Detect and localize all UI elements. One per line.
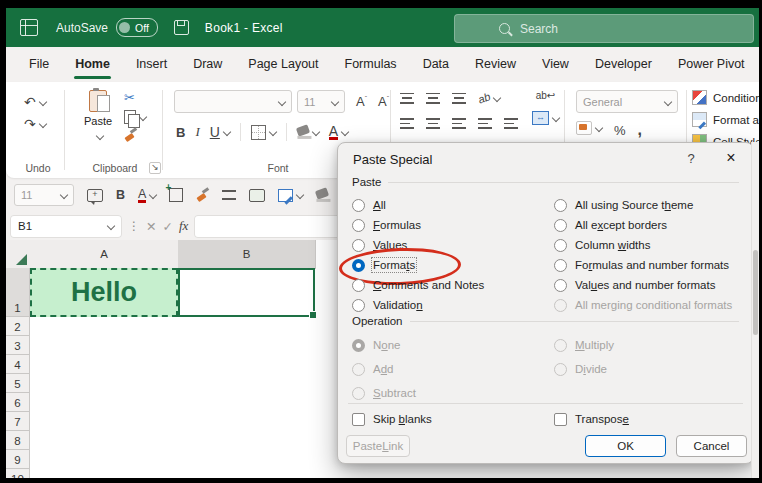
insert-function-icon[interactable]: fx — [179, 218, 188, 234]
radio-option-comments-and-notes[interactable]: Comments and Notes — [352, 275, 484, 295]
ribbon-style-format-as-table[interactable]: Format as Table — [692, 112, 759, 127]
radio-option-values-and-number-formats[interactable]: Values and number formats — [554, 275, 732, 295]
accounting-format-button[interactable] — [576, 121, 602, 135]
checkbox-skip-blanks[interactable]: Skip blanks — [352, 409, 432, 429]
orientation-button[interactable]: ab — [478, 92, 500, 104]
row-header-7[interactable]: 7 — [6, 412, 30, 431]
borders-icon[interactable] — [222, 190, 236, 200]
radio-icon[interactable] — [352, 279, 365, 292]
paste-dropdown-chevron-icon[interactable] — [96, 132, 104, 140]
align-center-icon[interactable] — [426, 118, 440, 129]
column-header-a[interactable]: A — [30, 240, 179, 269]
radio-option-formats[interactable]: Formats — [352, 255, 484, 275]
qat-font-color-button[interactable]: A — [138, 188, 156, 203]
radio-option-validation[interactable]: Validation — [352, 295, 484, 315]
radio-option-values[interactable]: Values — [352, 235, 484, 255]
checkbox-box[interactable] — [554, 413, 567, 426]
row-header-9[interactable]: 9 — [6, 450, 30, 469]
cell-b1-selected[interactable] — [178, 268, 315, 317]
radio-icon[interactable] — [554, 199, 567, 212]
excel-app-icon[interactable] — [20, 19, 38, 36]
qat-bold-button[interactable]: B — [116, 188, 125, 202]
scrollbar-thumb[interactable] — [753, 250, 758, 335]
vertical-scrollbar[interactable] — [751, 142, 759, 478]
row-header-4[interactable]: 4 — [6, 355, 30, 374]
tab-review[interactable]: Review — [462, 47, 529, 82]
copy-button[interactable] — [124, 110, 146, 124]
borders-button[interactable] — [251, 125, 276, 140]
clipboard-dialog-launcher[interactable]: ↘ — [149, 162, 161, 174]
middle-align-icon[interactable] — [426, 93, 440, 104]
drag-handle-icon[interactable]: ⋮ — [128, 219, 140, 233]
radio-icon[interactable] — [352, 239, 365, 252]
row-header-8[interactable]: 8 — [6, 431, 30, 450]
increase-indent-icon[interactable] — [504, 118, 518, 129]
tab-insert[interactable]: Insert — [123, 47, 180, 82]
qat-fill-color-icon[interactable] — [315, 187, 329, 200]
name-box[interactable]: B1 — [10, 215, 122, 238]
comma-style-button[interactable]: , — [638, 121, 642, 139]
radio-icon[interactable] — [352, 259, 365, 272]
tab-power-pivot[interactable]: Power Pivot — [665, 47, 758, 82]
fill-handle[interactable] — [309, 311, 317, 319]
row-header-3[interactable]: 3 — [6, 336, 30, 355]
tab-file[interactable]: File — [16, 47, 62, 82]
font-color-button[interactable]: A — [329, 125, 348, 140]
camera-icon[interactable] — [249, 189, 265, 202]
row-header-5[interactable]: 5 — [6, 374, 30, 393]
undo-button[interactable]: ↶ — [24, 94, 66, 110]
row-header-6[interactable]: 6 — [6, 393, 30, 412]
column-header-b[interactable]: B — [178, 240, 316, 269]
redo-button[interactable]: ↷ — [24, 116, 66, 132]
align-left-icon[interactable] — [400, 118, 414, 129]
tab-draw[interactable]: Draw — [180, 47, 235, 82]
dialog-close-button[interactable]: × — [720, 149, 742, 167]
tab-developer[interactable]: Developer — [582, 47, 665, 82]
bottom-align-icon[interactable] — [452, 93, 466, 104]
insert-cells-icon[interactable] — [169, 188, 183, 202]
radio-option-formulas-and-number-formats[interactable]: Formulas and number formats — [554, 255, 732, 275]
radio-option-all-using-source-theme[interactable]: All using Source theme — [554, 195, 732, 215]
dialog-help-button[interactable]: ? — [682, 151, 700, 166]
qat-format-painter-icon[interactable] — [196, 189, 209, 202]
tab-home[interactable]: Home — [62, 47, 123, 82]
ribbon-style-conditional-formatting[interactable]: Conditional Formatting — [692, 90, 759, 105]
tab-script-lab[interactable]: Script Lab — [758, 47, 759, 82]
percent-style-button[interactable]: % — [614, 123, 626, 138]
edit-sheet-button[interactable] — [278, 189, 303, 202]
italic-button[interactable]: I — [195, 124, 199, 140]
cut-button[interactable]: ✂ — [124, 90, 146, 105]
radio-option-column-widths[interactable]: Column widths — [554, 235, 732, 255]
save-icon[interactable] — [174, 20, 189, 35]
cell-a1[interactable]: Hello — [30, 268, 178, 317]
tab-formulas[interactable]: Formulas — [332, 47, 410, 82]
search-input[interactable]: Search — [454, 14, 754, 43]
radio-icon[interactable] — [554, 219, 567, 232]
checkbox-box[interactable] — [352, 413, 365, 426]
fill-color-button[interactable] — [297, 129, 319, 135]
cancel-button[interactable]: Cancel — [676, 435, 747, 457]
number-format-select[interactable]: General — [576, 90, 678, 113]
ok-button[interactable]: OK — [585, 435, 666, 457]
decrease-indent-icon[interactable] — [478, 118, 492, 129]
font-name-select[interactable] — [174, 90, 292, 113]
top-align-icon[interactable] — [400, 93, 414, 104]
align-right-icon[interactable] — [452, 118, 466, 129]
radio-option-formulas[interactable]: Formulas — [352, 215, 484, 235]
radio-option-all[interactable]: All — [352, 195, 484, 215]
shrink-font-button[interactable]: Aˇ — [378, 94, 389, 109]
radio-icon[interactable] — [352, 219, 365, 232]
cancel-entry-icon[interactable]: ✕ — [146, 219, 156, 234]
row-header-10[interactable]: 10 — [6, 469, 30, 478]
row-header-1[interactable]: 1 — [6, 268, 30, 317]
qat-font-size-select[interactable]: 11 — [14, 184, 74, 206]
enter-entry-icon[interactable]: ✓ — [162, 219, 172, 234]
wrap-text-button[interactable]: ab↩ — [536, 90, 556, 101]
grow-font-button[interactable]: Aˆ — [356, 94, 367, 109]
checkbox-transpose[interactable]: Transpose — [554, 409, 629, 429]
font-size-select[interactable]: 11 — [297, 90, 345, 113]
new-comment-icon[interactable]: + — [87, 189, 103, 202]
format-painter-button[interactable] — [124, 129, 137, 142]
row-header-2[interactable]: 2 — [6, 317, 30, 336]
bold-button[interactable]: B — [176, 125, 185, 140]
